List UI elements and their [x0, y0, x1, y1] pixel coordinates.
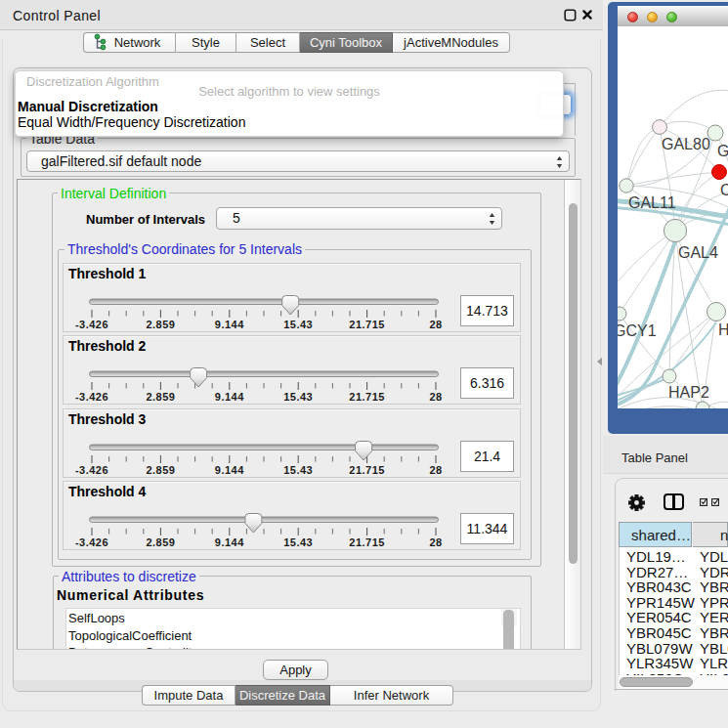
svg-text:GAL4: GAL4	[678, 244, 718, 261]
svg-text:GAL11: GAL11	[628, 194, 676, 211]
svg-text:9.144: 9.144	[215, 391, 244, 403]
svg-text:-3.426: -3.426	[75, 319, 108, 330]
svg-text:15.43: 15.43	[283, 464, 313, 476]
svg-text:GAL80: GAL80	[662, 136, 710, 152]
svg-text:28: 28	[429, 391, 442, 403]
svg-text:28: 28	[429, 536, 442, 548]
svg-text:C: C	[720, 182, 728, 198]
svg-text:21.715: 21.715	[349, 536, 385, 548]
svg-text:-3.426: -3.426	[75, 536, 108, 548]
svg-text:9.144: 9.144	[215, 536, 244, 548]
svg-text:H: H	[718, 321, 728, 338]
svg-text:21.715: 21.715	[349, 391, 385, 403]
svg-text:-3.426: -3.426	[75, 464, 108, 476]
svg-text:HAP2: HAP2	[668, 384, 709, 401]
svg-text:GCY1: GCY1	[618, 322, 657, 339]
svg-text:2.859: 2.859	[146, 319, 175, 330]
svg-text:15.43: 15.43	[283, 536, 313, 548]
svg-text:9.144: 9.144	[215, 319, 244, 330]
svg-text:21.715: 21.715	[349, 319, 385, 330]
svg-text:15.43: 15.43	[283, 391, 313, 403]
svg-text:2.859: 2.859	[146, 536, 175, 548]
svg-text:2.859: 2.859	[146, 464, 175, 476]
svg-text:GA: GA	[717, 143, 728, 159]
svg-text:28: 28	[429, 464, 442, 476]
svg-text:15.43: 15.43	[283, 319, 313, 330]
svg-text:2.859: 2.859	[146, 391, 175, 403]
svg-text:9.144: 9.144	[215, 464, 244, 476]
svg-text:28: 28	[429, 319, 442, 330]
svg-text:-3.426: -3.426	[75, 391, 108, 403]
svg-text:21.715: 21.715	[349, 464, 385, 476]
